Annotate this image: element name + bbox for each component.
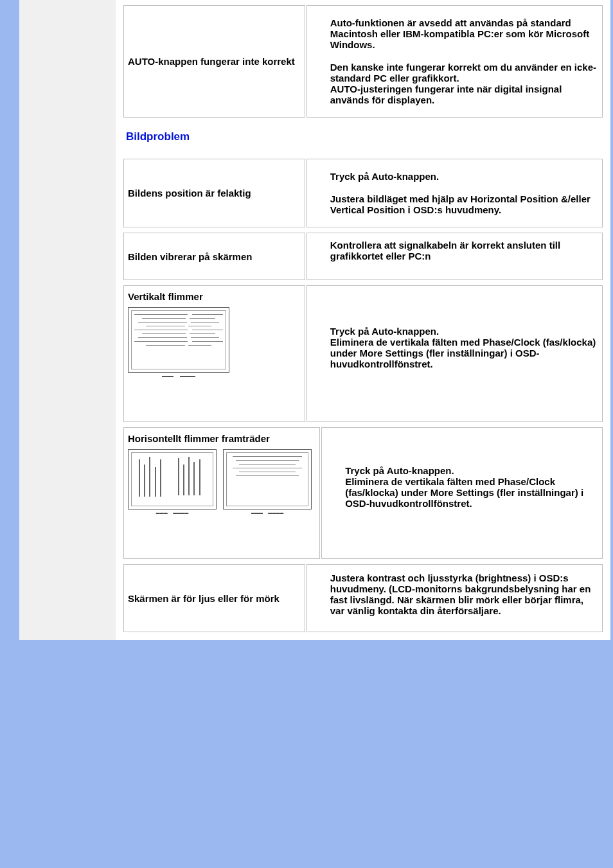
problem-label: Bildens position är felaktig <box>123 159 305 227</box>
troubleshoot-row-position: Bildens position är felaktig Tryck på Au… <box>122 157 604 229</box>
solution-p1: Tryck på Auto-knappen. <box>330 171 597 182</box>
problem-label: Bilden vibrerar på skärmen <box>123 233 305 280</box>
solution-p2: Den kanske inte fungerar korrekt om du a… <box>330 62 597 105</box>
solution-p1: Tryck på Auto-knappen. <box>345 465 454 476</box>
problem-label: AUTO-knappen fungerar inte korrekt <box>123 5 305 118</box>
problem-cell: Horisontellt flimmer framträder <box>123 427 320 559</box>
solution-text: Justera kontrast och ljusstyrka (brightn… <box>306 564 603 632</box>
solution-text: Tryck på Auto-knappen. Eliminera de vert… <box>306 285 603 422</box>
troubleshoot-row-vflicker: Vertikalt flimmer <box>122 284 604 423</box>
solution-text: Auto-funktionen är avsedd att användas p… <box>306 5 603 118</box>
solution-p2: Eliminera de vertikala fälten med Phase/… <box>345 476 583 509</box>
page-outer: AUTO-knappen fungerar inte korrekt Auto-… <box>19 0 610 640</box>
problem-label: Vertikalt flimmer <box>128 291 301 302</box>
content-panel: AUTO-knappen fungerar inte korrekt Auto-… <box>116 0 610 640</box>
solution-text: Kontrollera att signalkabeln är korrekt … <box>306 233 603 280</box>
solution-text: Tryck på Auto-knappen. Justera bildläget… <box>306 159 603 227</box>
problem-cell: Vertikalt flimmer <box>123 285 305 422</box>
troubleshoot-row-vibrate: Bilden vibrerar på skärmen Kontrollera a… <box>122 231 604 281</box>
problem-label: Horisontellt flimmer framträder <box>128 433 315 444</box>
troubleshoot-row-hflicker: Horisontellt flimmer framträder <box>122 426 604 560</box>
solution-text: Tryck på Auto-knappen. Eliminera de vert… <box>321 427 603 559</box>
monitor-icon: ▬▬▬ ▬▬▬▬ <box>128 307 229 378</box>
monitor-icon: ▬▬▬ ▬▬▬▬ <box>223 449 312 515</box>
solution-p1: Auto-funktionen är avsedd att användas p… <box>330 17 597 50</box>
section-heading-row: Bildproblem <box>122 121 604 155</box>
troubleshoot-row-auto: AUTO-knappen fungerar inte korrekt Auto-… <box>122 4 604 119</box>
monitor-icon: ▬▬▬ ▬▬▬▬ <box>128 449 217 515</box>
solution-p2: Eliminera de vertikala fälten med Phase/… <box>330 337 596 369</box>
problem-label: Skärmen är för ljus eller för mörk <box>123 564 305 632</box>
section-heading: Bildproblem <box>123 123 603 154</box>
solution-p1: Tryck på Auto-knappen. <box>330 326 439 337</box>
solution-p2: Justera bildläget med hjälp av Horizonta… <box>330 193 597 215</box>
troubleshoot-row-brightness: Skärmen är för ljus eller för mörk Juste… <box>122 563 604 633</box>
